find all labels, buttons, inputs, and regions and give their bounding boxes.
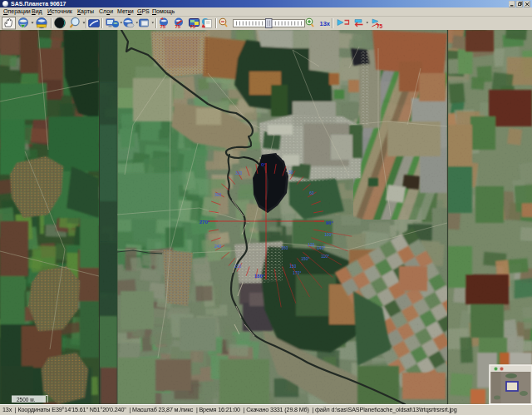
svg-text:100°: 100° [324, 232, 332, 237]
svg-text:75: 75 [377, 23, 383, 29]
svg-text:140°: 140° [317, 245, 325, 250]
svg-text:75: 75 [160, 24, 166, 29]
svg-text:13x: 13x [320, 20, 331, 27]
svg-text:110°: 110° [321, 254, 329, 259]
svg-text:75: 75 [175, 24, 181, 29]
svg-text:0°: 0° [261, 162, 266, 167]
svg-text:150: 150 [289, 264, 297, 269]
svg-text:270°: 270° [200, 220, 210, 225]
svg-text:90°: 90° [326, 220, 334, 225]
svg-text:160: 160 [281, 245, 288, 250]
svg-text:60: 60 [309, 190, 314, 195]
svg-text:30: 30 [288, 170, 293, 175]
svg-text:210: 210 [234, 264, 242, 269]
svg-text:75: 75 [190, 24, 196, 29]
svg-text:170°: 170° [293, 270, 301, 275]
svg-text:180°: 180° [254, 274, 265, 279]
svg-text:2500 м.: 2500 м. [17, 397, 36, 403]
svg-text:240: 240 [214, 244, 222, 249]
svg-text:150°: 150° [301, 256, 309, 261]
svg-text:300: 300 [214, 192, 222, 197]
svg-text:330: 330 [235, 170, 243, 175]
svg-text:120: 120 [308, 242, 315, 247]
